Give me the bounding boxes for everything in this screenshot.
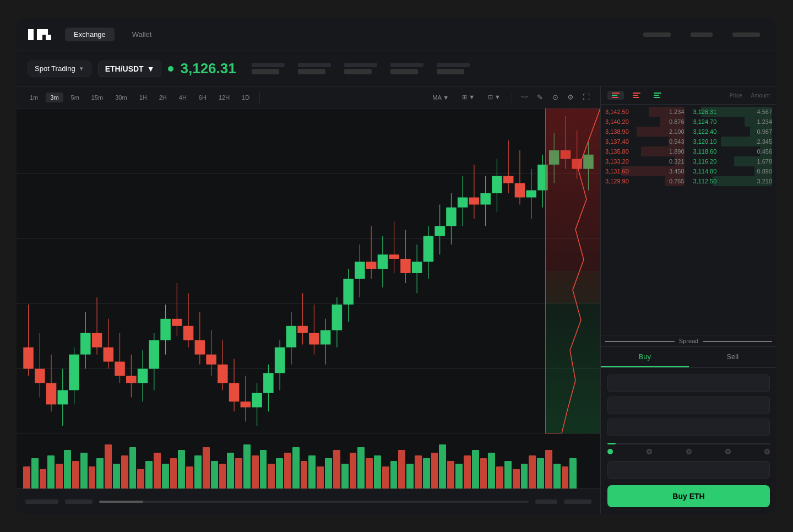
slider-0pct[interactable] [607, 449, 613, 454]
order-form: Buy ETH [601, 368, 776, 514]
volume-bar [350, 453, 357, 488]
volume-bar [121, 455, 128, 488]
camera-icon[interactable]: ⊙ [550, 92, 561, 103]
toolbar-separator [259, 92, 260, 103]
expand-icon[interactable]: ⛶ [580, 92, 591, 103]
svg-rect-27 [115, 362, 125, 376]
spread-line [605, 341, 675, 341]
sell-tab[interactable]: Sell [689, 347, 777, 367]
buy-tab[interactable]: Buy [601, 347, 689, 367]
svg-rect-59 [297, 326, 308, 333]
slider-dots [607, 449, 770, 454]
toolbar-30m[interactable]: 30m [111, 93, 131, 102]
svg-rect-3 [42, 29, 48, 35]
buy-button[interactable]: Buy ETH [607, 485, 770, 507]
volume-bar [56, 464, 63, 488]
bid-row[interactable]: 3,116.201.678 [693, 156, 773, 166]
bid-row[interactable]: 3,118.600.456 [693, 146, 773, 156]
toolbar-15m[interactable]: 15m [87, 93, 107, 102]
ask-row[interactable]: 3,140.200.876 [605, 117, 685, 127]
volume-bar [431, 453, 438, 488]
orderbook-toggle: Price Amount [601, 86, 776, 105]
total-input[interactable] [607, 461, 770, 479]
volume-bar [406, 464, 414, 488]
toolbar-4h[interactable]: 4H [175, 93, 191, 102]
download-label[interactable] [638, 28, 676, 41]
price-stat-vol-eth [390, 63, 423, 74]
bid-row[interactable]: 3,120.102.345 [693, 137, 773, 146]
svg-rect-65 [332, 305, 343, 330]
toolbar-1m[interactable]: 1m [25, 93, 42, 102]
pair-dropdown[interactable]: ETH/USDT ▼ [98, 61, 162, 77]
signup-label[interactable] [727, 28, 765, 41]
candlestick-chart [17, 108, 600, 433]
volume-bar [496, 466, 503, 488]
scroll-track[interactable] [99, 501, 529, 503]
volume-bar [357, 447, 365, 488]
volume-bar [162, 464, 169, 488]
volume-bar [243, 444, 251, 488]
volume-bar [366, 458, 373, 488]
ob-view-asks[interactable] [628, 91, 645, 100]
toolbar-2h[interactable]: 2H [155, 93, 171, 102]
volume-bar [545, 450, 552, 488]
ask-row[interactable]: 3,142.501.234 [605, 107, 685, 117]
volume-bar [447, 461, 454, 488]
volume-bar [562, 466, 569, 488]
volume-bar [521, 464, 528, 488]
svg-rect-23 [92, 333, 102, 348]
exchange-button[interactable]: Exchange [65, 28, 115, 41]
ask-row[interactable]: 3,138.902.100 [605, 127, 685, 137]
bid-row[interactable]: 3,122.400.987 [693, 127, 773, 137]
ask-row[interactable]: 3,137.400.543 [605, 137, 685, 146]
more-indicators[interactable]: ⊞ ▼ [458, 92, 479, 102]
ob-view-both[interactable] [607, 91, 624, 100]
volume-bar [308, 455, 316, 488]
svg-rect-45 [218, 365, 228, 383]
svg-rect-61 [309, 333, 319, 345]
login-label[interactable] [685, 28, 718, 41]
ask-row[interactable]: 3,129.900.765 [605, 176, 685, 186]
svg-rect-87 [458, 197, 468, 207]
svg-rect-83 [434, 226, 445, 236]
toolbar-6h[interactable]: 6H [194, 93, 211, 102]
toolbar-3m[interactable]: 3m [46, 93, 63, 102]
ma-indicator[interactable]: MA ▼ [428, 93, 453, 102]
slider-track[interactable] [607, 443, 770, 444]
order-type-select[interactable] [607, 374, 770, 392]
toolbar-5m[interactable]: 5m [67, 93, 84, 102]
chart-area: 1m 3m 5m 15m 30m 1H 2H 4H 6H 12H 1D MA ▼… [17, 86, 600, 514]
chart-overlay[interactable]: ⊡ ▼ [484, 92, 505, 102]
bid-row[interactable]: 3,112.503.210 [693, 176, 773, 186]
ask-row[interactable]: 3,133.200.321 [605, 156, 685, 166]
spread-label: Spread [679, 338, 698, 344]
order-book: 3,142.501.2343,140.200.8763,138.902.1003… [601, 105, 776, 335]
svg-rect-67 [343, 279, 354, 305]
volume-bar [390, 461, 398, 488]
volume-bar [194, 455, 202, 488]
svg-rect-41 [195, 340, 205, 355]
draw-icon[interactable]: ✎ [534, 92, 545, 103]
amount-input[interactable] [607, 419, 770, 436]
toolbar-1h[interactable]: 1H [135, 93, 151, 102]
bid-row[interactable]: 3,126.314.567 [693, 107, 773, 117]
price-input[interactable] [607, 397, 770, 414]
line-tool-icon[interactable]: 〰 [519, 92, 530, 103]
volume-bar [415, 455, 422, 488]
slider-fill [607, 443, 616, 444]
wallet-button[interactable]: Wallet [123, 28, 161, 41]
ask-row[interactable]: 3,131.603.450 [605, 166, 685, 176]
trading-type-dropdown[interactable]: Spot Trading ▼ [28, 61, 91, 77]
ask-row[interactable]: 3,135.801.890 [605, 146, 685, 156]
svg-rect-13 [35, 369, 45, 383]
bid-row[interactable]: 3,114.800.890 [693, 166, 773, 176]
settings-icon[interactable]: ⚙ [565, 92, 576, 103]
slider-25pct[interactable] [647, 449, 652, 454]
slider-100pct[interactable] [764, 449, 770, 454]
bid-row[interactable]: 3,124.701.234 [693, 117, 773, 127]
slider-75pct[interactable] [725, 449, 731, 454]
toolbar-1d[interactable]: 1D [237, 93, 254, 102]
toolbar-12h[interactable]: 12H [214, 93, 234, 102]
ob-view-bids[interactable] [649, 91, 666, 100]
slider-50pct[interactable] [686, 449, 692, 454]
